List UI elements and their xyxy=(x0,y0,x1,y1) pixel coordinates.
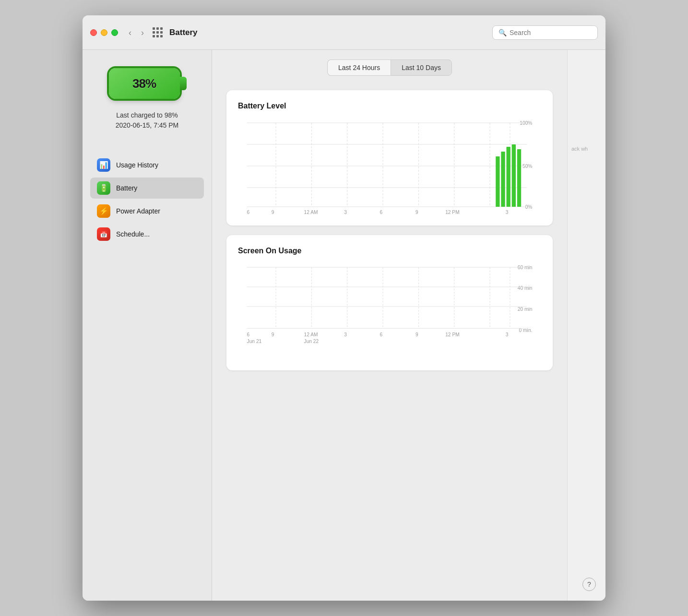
svg-text:3: 3 xyxy=(344,332,347,337)
grid-icon[interactable] xyxy=(153,27,163,37)
sidebar: 38% Last charged to 98% 2020-06-15, 7:45… xyxy=(83,50,212,601)
last-10d-button[interactable]: Last 10 Days xyxy=(391,59,452,76)
schedule-icon: 📅 xyxy=(97,227,110,241)
page-title: Battery xyxy=(169,28,492,37)
svg-text:12 PM: 12 PM xyxy=(445,209,460,214)
svg-text:9: 9 xyxy=(272,209,274,214)
traffic-lights xyxy=(90,29,118,36)
body: 38% Last charged to 98% 2020-06-15, 7:45… xyxy=(83,50,605,601)
svg-text:40 min: 40 min xyxy=(518,285,533,291)
svg-text:6: 6 xyxy=(247,209,250,214)
power-adapter-icon: ⚡ xyxy=(97,204,110,218)
battery-icon: 38% xyxy=(109,64,186,103)
battery-level-chart: 100% 50% 0% xyxy=(238,118,541,214)
sidebar-item-schedule[interactable]: 📅 Schedule... xyxy=(90,224,204,245)
last-24h-button[interactable]: Last 24 Hours xyxy=(327,59,391,76)
battery-percentage: 38% xyxy=(132,76,156,91)
fullscreen-button[interactable] xyxy=(111,29,118,36)
close-button[interactable] xyxy=(90,29,97,36)
svg-text:3: 3 xyxy=(506,332,509,337)
power-adapter-label: Power Adapter xyxy=(116,207,160,215)
svg-text:20 min: 20 min xyxy=(518,307,533,312)
forward-button[interactable]: › xyxy=(138,27,147,38)
screen-usage-chart-card: Screen On Usage 60 min 40 min 20 min 0 m… xyxy=(226,235,553,370)
screen-usage-svg: 60 min 40 min 20 min 0 min. xyxy=(238,263,541,359)
svg-text:12 PM: 12 PM xyxy=(445,332,460,337)
svg-rect-19 xyxy=(512,144,516,207)
battery-nav-label: Battery xyxy=(116,184,137,192)
right-panel-text: ack wh xyxy=(571,146,602,152)
battery-level-chart-card: Battery Level 100% 50% 0% xyxy=(226,90,553,225)
svg-text:12 AM: 12 AM xyxy=(304,209,318,214)
right-panel: ack wh xyxy=(567,50,605,601)
svg-text:9: 9 xyxy=(272,332,274,337)
sidebar-item-usage-history[interactable]: 📊 Usage History xyxy=(90,154,204,176)
svg-text:9: 9 xyxy=(415,332,418,337)
search-icon: 🔍 xyxy=(498,29,507,36)
back-button[interactable]: ‹ xyxy=(126,27,134,38)
minimize-button[interactable] xyxy=(101,29,107,36)
help-button[interactable]: ? xyxy=(582,578,596,591)
battery-body: 38% xyxy=(109,68,180,99)
svg-text:3: 3 xyxy=(506,209,509,214)
titlebar: ‹ › Battery 🔍 xyxy=(83,15,605,50)
svg-text:6: 6 xyxy=(380,209,383,214)
svg-text:Jun 22: Jun 22 xyxy=(304,339,319,344)
battery-terminal xyxy=(180,77,187,90)
sidebar-nav: 📊 Usage History 🔋 Battery ⚡ Power Adapte… xyxy=(90,154,204,245)
sidebar-item-power-adapter[interactable]: ⚡ Power Adapter xyxy=(90,201,204,222)
battery-widget: 38% Last charged to 98% 2020-06-15, 7:45… xyxy=(90,64,204,130)
last-charged-time: 2020-06-15, 7:45 PM xyxy=(116,120,179,130)
battery-level-title: Battery Level xyxy=(238,102,541,110)
usage-history-icon: 📊 xyxy=(97,158,110,172)
last-charged-label: Last charged to 98% xyxy=(116,110,179,120)
sidebar-item-battery[interactable]: 🔋 Battery xyxy=(90,178,204,199)
screen-usage-title: Screen On Usage xyxy=(238,247,541,255)
schedule-label: Schedule... xyxy=(116,230,150,238)
svg-text:3: 3 xyxy=(344,209,347,214)
main-content: Last 24 Hours Last 10 Days Battery Level… xyxy=(212,50,567,601)
svg-text:6: 6 xyxy=(247,332,250,337)
svg-rect-18 xyxy=(507,147,510,207)
battery-nav-icon: 🔋 xyxy=(97,181,110,195)
nav-buttons: ‹ › xyxy=(126,27,147,38)
battery-level-svg: 100% 50% 0% xyxy=(238,118,541,214)
search-input[interactable] xyxy=(510,29,592,36)
svg-text:6: 6 xyxy=(380,332,383,337)
svg-rect-16 xyxy=(496,156,499,207)
svg-rect-20 xyxy=(517,149,521,207)
svg-text:12 AM: 12 AM xyxy=(304,332,318,337)
svg-rect-17 xyxy=(501,152,505,207)
svg-text:Jun 21: Jun 21 xyxy=(247,339,262,344)
search-box[interactable]: 🔍 xyxy=(492,25,598,40)
usage-history-label: Usage History xyxy=(116,161,158,169)
charge-info: Last charged to 98% 2020-06-15, 7:45 PM xyxy=(116,110,179,130)
svg-text:9: 9 xyxy=(415,209,418,214)
screen-usage-chart: 60 min 40 min 20 min 0 min. xyxy=(238,263,541,359)
time-range-selector: Last 24 Hours Last 10 Days xyxy=(226,59,553,76)
